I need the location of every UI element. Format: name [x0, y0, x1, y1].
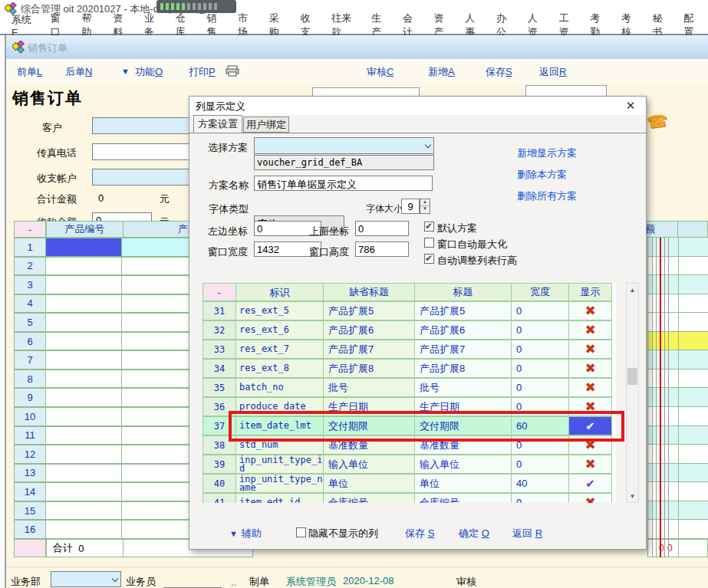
definition-cell-width[interactable]: 0: [511, 301, 569, 320]
next-order-button[interactable]: 后单N: [65, 65, 92, 79]
definition-cell-id[interactable]: inp_unit_type_name: [235, 474, 324, 493]
grid-header-id[interactable]: 标识: [235, 283, 324, 301]
definition-row[interactable]: 32res_ext_6产品扩展6产品扩展60✖: [203, 320, 612, 340]
window-height-input[interactable]: 786: [355, 241, 409, 257]
definition-cell-width[interactable]: 0: [511, 320, 569, 340]
order-row-number[interactable]: 14: [14, 482, 46, 501]
definition-cell-id[interactable]: res_ext_5: [235, 301, 324, 320]
order-row-number[interactable]: 3: [14, 275, 46, 294]
top-coord-input[interactable]: 0: [355, 221, 409, 236]
save-button[interactable]: 保存S: [486, 65, 512, 79]
definition-cell-default-title[interactable]: 输入单位: [323, 455, 415, 474]
order-row-number[interactable]: 7: [14, 350, 46, 370]
order-cell-product-code[interactable]: [45, 257, 122, 276]
order-cell-product-code[interactable]: [45, 294, 122, 314]
definition-row-number[interactable]: 32: [203, 320, 236, 340]
definition-cell-title[interactable]: 产品扩展7: [414, 340, 512, 359]
order-row-number[interactable]: 10: [14, 407, 46, 426]
definition-cell-visible[interactable]: ✖: [568, 378, 612, 397]
definition-row-number[interactable]: 34: [203, 359, 236, 378]
definition-row[interactable]: 35batch_no批号批号0✖: [203, 378, 612, 397]
definition-cell-visible[interactable]: ✔: [568, 474, 612, 493]
definition-cell-title[interactable]: 产品扩展5: [414, 301, 512, 320]
order-cell-product-code[interactable]: [45, 445, 122, 464]
auto-maximize-checkbox[interactable]: [424, 238, 434, 248]
font-size-spinner[interactable]: ▲ ▼: [420, 199, 430, 214]
default-scheme-checkbox[interactable]: [424, 222, 434, 232]
order-row-number[interactable]: 13: [14, 464, 46, 483]
close-icon[interactable]: ✕: [622, 99, 639, 113]
definition-row[interactable]: 39inp_unit_type_id输入单位输入单位0✖: [203, 455, 612, 474]
definition-cell-title[interactable]: 批号: [414, 378, 512, 397]
order-cell-product-code[interactable]: [45, 332, 122, 351]
order-row-number[interactable]: 11: [14, 426, 46, 445]
order-cell-product-code[interactable]: [45, 238, 122, 257]
definition-cell-visible[interactable]: ✖: [568, 320, 612, 340]
definition-cell-width[interactable]: 0: [511, 378, 569, 397]
order-row-number[interactable]: 12: [14, 445, 46, 464]
scrollbar-down-icon[interactable]: ▼: [627, 490, 638, 502]
order-row-number[interactable]: 4: [14, 294, 46, 314]
order-cell-product-code[interactable]: [45, 501, 122, 521]
definition-row[interactable]: 41item_edt_id仓库编号仓库编号0✖: [203, 493, 612, 503]
grid-header-title[interactable]: 标题: [414, 283, 512, 301]
functions-button[interactable]: 功能O: [135, 65, 163, 79]
order-cell-product-code[interactable]: [45, 350, 122, 370]
order-cell-product-code[interactable]: [45, 388, 122, 407]
definition-cell-default-title[interactable]: 产品扩展5: [323, 301, 415, 320]
order-cell-product-code[interactable]: [45, 482, 122, 501]
department-select[interactable]: [51, 571, 121, 587]
definition-cell-id[interactable]: batch_no: [235, 378, 324, 397]
scrollbar-up-icon[interactable]: ▲: [627, 284, 638, 296]
definition-row-number[interactable]: 31: [203, 301, 236, 320]
order-row-number[interactable]: 15: [14, 501, 46, 521]
definition-row[interactable]: 34res_ext_8产品扩展8产品扩展80✖: [203, 359, 612, 378]
order-grid-header-extra[interactable]: [677, 221, 708, 238]
definition-row-number[interactable]: 33: [203, 340, 236, 359]
scrollbar-thumb[interactable]: [627, 368, 637, 385]
dialog-ok-button[interactable]: 确定 O: [459, 527, 489, 540]
spinner-up-icon[interactable]: ▲: [420, 199, 430, 206]
definition-row-number[interactable]: 35: [203, 378, 236, 397]
definition-cell-width[interactable]: 0: [511, 455, 569, 474]
scheme-select[interactable]: [254, 137, 434, 154]
menu-item[interactable]: 系统 F: [5, 13, 44, 38]
definition-cell-default-title[interactable]: 产品扩展6: [323, 320, 415, 340]
definition-cell-title[interactable]: 产品扩展6: [414, 320, 512, 340]
grid-header-mark[interactable]: -: [203, 283, 236, 301]
definition-row-number[interactable]: 40: [203, 474, 236, 493]
definition-cell-visible[interactable]: ✖: [568, 340, 612, 359]
definition-cell-title[interactable]: 单位: [414, 474, 512, 493]
order-cell-product-code[interactable]: [45, 464, 122, 483]
definition-cell-default-title[interactable]: 仓库编号: [323, 493, 415, 503]
hide-columns-checkbox[interactable]: [296, 527, 306, 537]
tab-user-binding[interactable]: 用户绑定: [243, 117, 289, 133]
definition-cell-default-title[interactable]: 单位: [323, 474, 415, 493]
definition-cell-title[interactable]: 产品扩展8: [414, 359, 512, 378]
definition-cell-id[interactable]: res_ext_8: [235, 359, 324, 378]
definition-cell-default-title[interactable]: 批号: [323, 378, 415, 397]
grid-header-width[interactable]: 宽度: [511, 283, 569, 301]
order-cell-product-code[interactable]: [45, 407, 122, 426]
definition-cell-id[interactable]: res_ext_7: [235, 340, 324, 359]
grid-scrollbar[interactable]: ▲ ▼: [626, 283, 639, 503]
tab-scheme-settings[interactable]: 方案设置: [193, 115, 242, 133]
order-row-number[interactable]: 5: [14, 313, 46, 332]
definition-cell-default-title[interactable]: 产品扩展8: [323, 359, 415, 378]
dialog-save-button[interactable]: 保存 S: [405, 527, 434, 540]
order-cell-product-code[interactable]: [45, 520, 122, 539]
order-row-number[interactable]: 9: [14, 388, 46, 407]
definition-row[interactable]: 40inp_unit_type_name单位单位40✔: [203, 474, 612, 493]
order-cell-product-code[interactable]: [45, 313, 122, 332]
order-grid-header-product-code[interactable]: 产品编号: [46, 221, 123, 238]
definition-cell-default-title[interactable]: 产品扩展7: [323, 340, 415, 359]
order-row-number[interactable]: 2: [14, 257, 46, 276]
order-row-number[interactable]: 16: [14, 520, 46, 539]
order-grid-header-amount[interactable]: 额: [644, 221, 678, 238]
scheme-name-input[interactable]: 销售订单单据显示定义: [254, 176, 433, 191]
definition-cell-title[interactable]: 仓库编号: [414, 493, 512, 503]
delete-all-schemes-link[interactable]: 删除所有方案: [517, 189, 577, 203]
audit-button[interactable]: 审核C: [367, 65, 394, 79]
order-cell-product-code[interactable]: [45, 426, 122, 445]
definition-cell-width[interactable]: 0: [511, 359, 569, 378]
